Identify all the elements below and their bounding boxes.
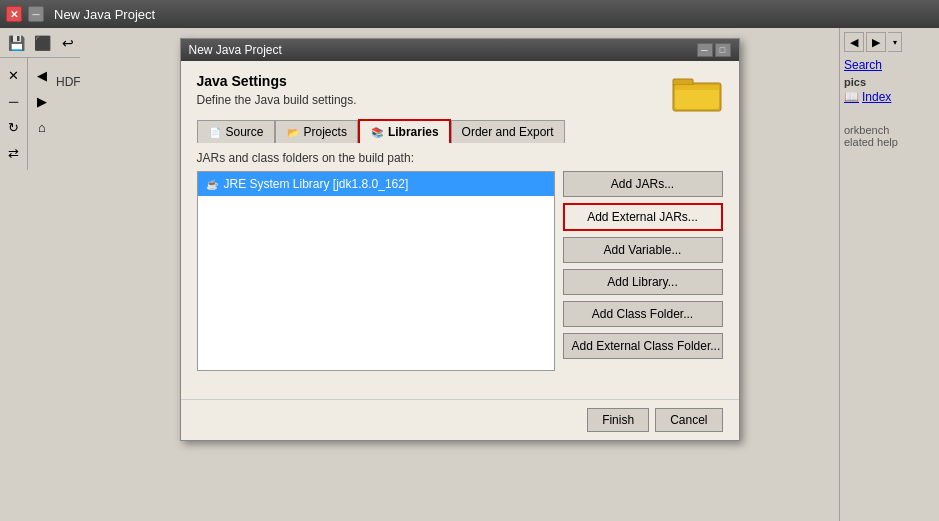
refresh-icon[interactable]: ↻ [3, 116, 25, 138]
right-nav-buttons: ◀ ▶ ▾ [844, 32, 935, 52]
svg-rect-1 [673, 79, 693, 85]
folder-svg-icon [671, 69, 723, 113]
libraries-list[interactable]: ☕ JRE System Library [jdk1.8.0_162] [197, 171, 555, 371]
svg-rect-3 [675, 85, 719, 90]
add-class-folder-button[interactable]: Add Class Folder... [563, 301, 723, 327]
tab-source[interactable]: 📄 Source [197, 120, 275, 143]
index-link[interactable]: 📖 Index [844, 90, 935, 104]
topics-label: pics [844, 76, 935, 88]
right-panel: ◀ ▶ ▾ Search pics 📖 Index orkbench elate… [839, 28, 939, 521]
dialog-header-title: New Java Project [189, 43, 282, 57]
nav-prev-icon[interactable]: ◀ [31, 64, 53, 86]
nav-next-icon[interactable]: ▶ [31, 90, 53, 112]
dialog-header: New Java Project ─ □ [181, 39, 739, 61]
dialog-section-title: Java Settings [197, 73, 723, 89]
title-bar-min-button[interactable]: ─ [28, 6, 44, 22]
tab-projects[interactable]: 📂 Projects [275, 120, 358, 143]
projects-tab-icon: 📂 [286, 125, 300, 139]
libraries-tab-icon: 📚 [370, 125, 384, 139]
finish-button[interactable]: Finish [587, 408, 649, 432]
nav-back-button[interactable]: ◀ [844, 32, 864, 52]
dialog-body: Java Settings Define the Java build sett… [181, 61, 739, 383]
close-view-icon[interactable]: ✕ [3, 64, 25, 86]
folder-illustration [671, 69, 723, 116]
dialog-footer: Finish Cancel [181, 399, 739, 440]
dialog-overlay: New Java Project ─ □ Java Settings Defin… [80, 28, 839, 521]
title-bar-title: New Java Project [54, 7, 155, 22]
tab-order-export[interactable]: Order and Export [451, 120, 565, 143]
nav-dropdown-button[interactable]: ▾ [888, 32, 902, 52]
home-icon[interactable]: ⌂ [31, 116, 53, 138]
tabs-row: 📄 Source 📂 Projects 📚 Libraries Order an… [197, 119, 723, 143]
dialog-min-button[interactable]: ─ [697, 43, 713, 57]
left-toolbar-2: ◀ ▶ ⌂ [28, 58, 56, 144]
dialog-subtitle: Define the Java build settings. [197, 93, 723, 107]
right-panel-bottom: orkbench elated help [844, 124, 935, 148]
action-buttons: Add JARs... Add External JARs... Add Var… [563, 171, 723, 371]
minimize-icon[interactable]: ─ [3, 90, 25, 112]
add-external-class-folder-button[interactable]: Add External Class Folder... [563, 333, 723, 359]
dialog-header-controls: ─ □ [697, 43, 731, 57]
dialog-max-button[interactable]: □ [715, 43, 731, 57]
source-tab-icon: 📄 [208, 125, 222, 139]
title-bar-close-button[interactable]: ✕ [6, 6, 22, 22]
tab-libraries[interactable]: 📚 Libraries [358, 119, 451, 143]
content-area: ☕ JRE System Library [jdk1.8.0_162] Add … [197, 171, 723, 371]
add-jars-button[interactable]: Add JARs... [563, 171, 723, 197]
jre-library-item[interactable]: ☕ JRE System Library [jdk1.8.0_162] [198, 172, 554, 196]
jre-icon: ☕ [204, 176, 220, 192]
title-bar: ✕ ─ New Java Project [0, 0, 939, 28]
workbench-label: orkbench [844, 124, 935, 136]
save-button[interactable]: 💾 [4, 31, 28, 55]
add-library-button[interactable]: Add Library... [563, 269, 723, 295]
new-java-project-dialog: New Java Project ─ □ Java Settings Defin… [180, 38, 740, 441]
search-section: Search pics 📖 Index [844, 58, 935, 104]
related-help-label: elated help [844, 136, 935, 148]
back-button[interactable]: ↩ [56, 31, 80, 55]
search-link[interactable]: Search [844, 58, 935, 72]
cancel-button[interactable]: Cancel [655, 408, 722, 432]
add-variable-button[interactable]: Add Variable... [563, 237, 723, 263]
build-path-label: JARs and class folders on the build path… [197, 151, 723, 165]
new-button[interactable]: ⬛ [30, 31, 54, 55]
left-toolbar: ✕ ─ ↻ ⇄ [0, 58, 28, 170]
index-icon: 📖 [844, 90, 859, 104]
nav-forward-button[interactable]: ▶ [866, 32, 886, 52]
sync-icon[interactable]: ⇄ [3, 142, 25, 164]
add-external-jars-button[interactable]: Add External JARs... [563, 203, 723, 231]
